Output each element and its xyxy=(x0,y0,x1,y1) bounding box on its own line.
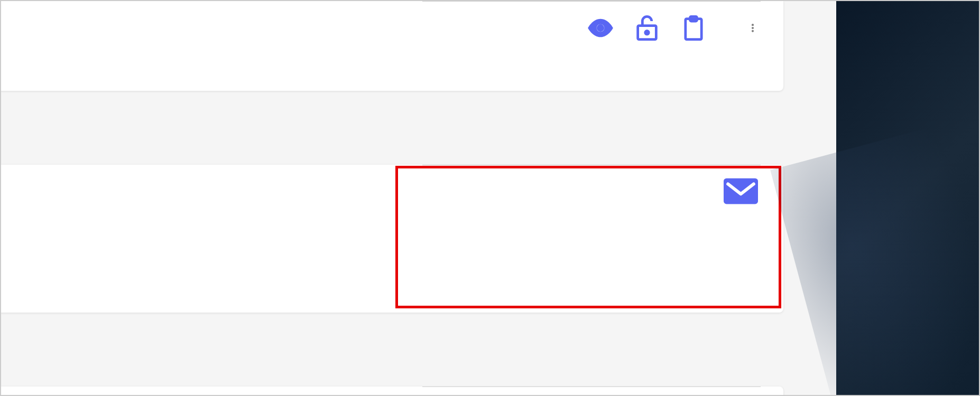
more-vertical-icon[interactable] xyxy=(747,14,758,42)
clipboard-icon[interactable] xyxy=(680,14,707,42)
mail-icon[interactable] xyxy=(724,178,758,204)
svg-point-1 xyxy=(598,25,603,31)
item-card xyxy=(0,386,783,396)
svg-point-6 xyxy=(752,24,754,26)
card-actions-row xyxy=(0,2,783,54)
item-card xyxy=(0,1,783,91)
main-content-area xyxy=(1,1,836,395)
item-card-highlighted xyxy=(0,165,783,313)
card-actions-row xyxy=(0,387,783,396)
desktop-background xyxy=(836,1,979,395)
svg-point-8 xyxy=(752,30,754,32)
svg-point-7 xyxy=(752,27,754,29)
svg-rect-9 xyxy=(724,178,758,204)
action-icon-group xyxy=(587,14,707,42)
card-actions-row xyxy=(0,165,783,217)
svg-point-3 xyxy=(645,31,649,34)
eye-icon[interactable] xyxy=(587,14,614,42)
unlock-icon[interactable] xyxy=(633,14,661,42)
